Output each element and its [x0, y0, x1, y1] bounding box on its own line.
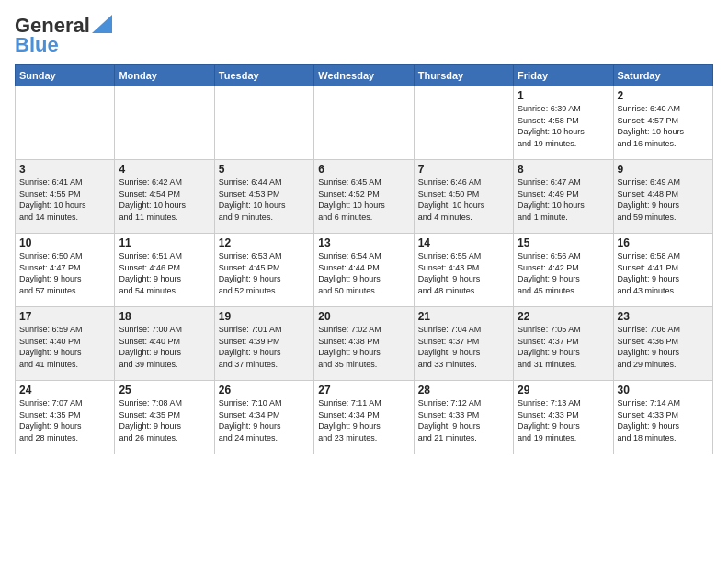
day-info: Sunrise: 6:56 AM Sunset: 4:42 PM Dayligh… [518, 250, 609, 296]
day-number: 4 [119, 163, 210, 176]
day-info: Sunrise: 7:04 AM Sunset: 4:37 PM Dayligh… [418, 324, 509, 370]
calendar-cell [214, 86, 313, 160]
calendar-cell: 5Sunrise: 6:44 AM Sunset: 4:53 PM Daylig… [214, 160, 313, 234]
calendar-cell: 17Sunrise: 6:59 AM Sunset: 4:40 PM Dayli… [16, 307, 115, 381]
day-info: Sunrise: 7:01 AM Sunset: 4:39 PM Dayligh… [219, 324, 310, 370]
day-number: 10 [19, 236, 110, 249]
calendar-cell: 10Sunrise: 6:50 AM Sunset: 4:47 PM Dayli… [16, 234, 115, 307]
day-info: Sunrise: 6:54 AM Sunset: 4:44 PM Dayligh… [318, 250, 409, 296]
day-number: 16 [618, 236, 709, 249]
calendar-row-1: 1Sunrise: 6:39 AM Sunset: 4:58 PM Daylig… [16, 86, 713, 160]
day-info: Sunrise: 6:44 AM Sunset: 4:53 PM Dayligh… [219, 177, 310, 223]
day-info: Sunrise: 6:40 AM Sunset: 4:57 PM Dayligh… [618, 103, 709, 149]
weekday-header-saturday: Saturday [613, 65, 712, 86]
logo-blue-text: Blue [15, 33, 59, 56]
calendar-cell: 4Sunrise: 6:42 AM Sunset: 4:54 PM Daylig… [115, 160, 214, 234]
calendar-cell: 16Sunrise: 6:58 AM Sunset: 4:41 PM Dayli… [613, 234, 712, 307]
calendar-cell: 28Sunrise: 7:12 AM Sunset: 4:33 PM Dayli… [414, 381, 513, 454]
day-number: 5 [219, 163, 310, 176]
day-info: Sunrise: 7:07 AM Sunset: 4:35 PM Dayligh… [19, 397, 110, 443]
header-row: SundayMondayTuesdayWednesdayThursdayFrid… [16, 65, 713, 86]
calendar-cell: 9Sunrise: 6:49 AM Sunset: 4:48 PM Daylig… [613, 160, 712, 234]
day-info: Sunrise: 6:49 AM Sunset: 4:48 PM Dayligh… [618, 177, 709, 223]
day-number: 30 [618, 384, 709, 396]
day-info: Sunrise: 6:47 AM Sunset: 4:49 PM Dayligh… [518, 177, 609, 223]
calendar-row-2: 3Sunrise: 6:41 AM Sunset: 4:55 PM Daylig… [16, 160, 713, 234]
day-number: 28 [418, 384, 509, 396]
calendar-cell: 26Sunrise: 7:10 AM Sunset: 4:34 PM Dayli… [214, 381, 313, 454]
day-info: Sunrise: 7:11 AM Sunset: 4:34 PM Dayligh… [318, 397, 409, 443]
header: General Blue [15, 15, 713, 55]
day-number: 1 [518, 89, 609, 102]
calendar-cell: 18Sunrise: 7:00 AM Sunset: 4:40 PM Dayli… [115, 307, 214, 381]
day-info: Sunrise: 6:59 AM Sunset: 4:40 PM Dayligh… [19, 324, 110, 370]
day-number: 17 [19, 310, 110, 323]
svg-marker-0 [92, 15, 112, 33]
day-info: Sunrise: 7:12 AM Sunset: 4:33 PM Dayligh… [418, 397, 509, 443]
day-number: 14 [418, 236, 509, 249]
calendar-cell: 19Sunrise: 7:01 AM Sunset: 4:39 PM Dayli… [214, 307, 313, 381]
day-number: 24 [19, 384, 110, 396]
weekday-header-sunday: Sunday [16, 65, 115, 86]
calendar-cell: 15Sunrise: 6:56 AM Sunset: 4:42 PM Dayli… [514, 234, 613, 307]
day-number: 22 [518, 310, 609, 323]
calendar-cell: 25Sunrise: 7:08 AM Sunset: 4:35 PM Dayli… [115, 381, 214, 454]
day-number: 26 [219, 384, 310, 396]
calendar-cell: 14Sunrise: 6:55 AM Sunset: 4:43 PM Dayli… [414, 234, 513, 307]
day-info: Sunrise: 6:42 AM Sunset: 4:54 PM Dayligh… [119, 177, 210, 223]
day-info: Sunrise: 6:51 AM Sunset: 4:46 PM Dayligh… [119, 250, 210, 296]
day-number: 7 [418, 163, 509, 176]
weekday-header-tuesday: Tuesday [214, 65, 313, 86]
weekday-header-wednesday: Wednesday [314, 65, 414, 86]
day-info: Sunrise: 7:13 AM Sunset: 4:33 PM Dayligh… [518, 397, 609, 443]
day-number: 2 [618, 89, 709, 102]
calendar-cell [414, 86, 513, 160]
calendar-cell: 11Sunrise: 6:51 AM Sunset: 4:46 PM Dayli… [115, 234, 214, 307]
calendar-cell: 12Sunrise: 6:53 AM Sunset: 4:45 PM Dayli… [214, 234, 313, 307]
day-info: Sunrise: 7:02 AM Sunset: 4:38 PM Dayligh… [318, 324, 409, 370]
calendar-cell: 29Sunrise: 7:13 AM Sunset: 4:33 PM Dayli… [514, 381, 613, 454]
day-info: Sunrise: 6:55 AM Sunset: 4:43 PM Dayligh… [418, 250, 509, 296]
calendar-cell: 7Sunrise: 6:46 AM Sunset: 4:50 PM Daylig… [414, 160, 513, 234]
calendar-row-3: 10Sunrise: 6:50 AM Sunset: 4:47 PM Dayli… [16, 234, 713, 307]
day-number: 29 [518, 384, 609, 396]
day-number: 20 [318, 310, 409, 323]
day-info: Sunrise: 7:05 AM Sunset: 4:37 PM Dayligh… [518, 324, 609, 370]
calendar-cell: 6Sunrise: 6:45 AM Sunset: 4:52 PM Daylig… [314, 160, 414, 234]
day-number: 15 [518, 236, 609, 249]
calendar-cell: 3Sunrise: 6:41 AM Sunset: 4:55 PM Daylig… [16, 160, 115, 234]
day-info: Sunrise: 6:53 AM Sunset: 4:45 PM Dayligh… [219, 250, 310, 296]
day-number: 3 [19, 163, 110, 176]
day-info: Sunrise: 6:41 AM Sunset: 4:55 PM Dayligh… [19, 177, 110, 223]
logo: General Blue [15, 15, 112, 55]
calendar-cell: 23Sunrise: 7:06 AM Sunset: 4:36 PM Dayli… [613, 307, 712, 381]
day-info: Sunrise: 6:46 AM Sunset: 4:50 PM Dayligh… [418, 177, 509, 223]
day-number: 25 [119, 384, 210, 396]
calendar-cell: 24Sunrise: 7:07 AM Sunset: 4:35 PM Dayli… [16, 381, 115, 454]
calendar-cell: 22Sunrise: 7:05 AM Sunset: 4:37 PM Dayli… [514, 307, 613, 381]
day-number: 6 [318, 163, 409, 176]
calendar-cell: 27Sunrise: 7:11 AM Sunset: 4:34 PM Dayli… [314, 381, 414, 454]
day-number: 21 [418, 310, 509, 323]
calendar-cell: 2Sunrise: 6:40 AM Sunset: 4:57 PM Daylig… [613, 86, 712, 160]
calendar-cell: 13Sunrise: 6:54 AM Sunset: 4:44 PM Dayli… [314, 234, 414, 307]
calendar-cell: 1Sunrise: 6:39 AM Sunset: 4:58 PM Daylig… [514, 86, 613, 160]
day-info: Sunrise: 6:50 AM Sunset: 4:47 PM Dayligh… [19, 250, 110, 296]
calendar-cell [115, 86, 214, 160]
calendar-cell: 20Sunrise: 7:02 AM Sunset: 4:38 PM Dayli… [314, 307, 414, 381]
calendar-cell [16, 86, 115, 160]
day-info: Sunrise: 6:58 AM Sunset: 4:41 PM Dayligh… [618, 250, 709, 296]
day-number: 11 [119, 236, 210, 249]
day-info: Sunrise: 7:06 AM Sunset: 4:36 PM Dayligh… [618, 324, 709, 370]
day-number: 13 [318, 236, 409, 249]
day-info: Sunrise: 7:10 AM Sunset: 4:34 PM Dayligh… [219, 397, 310, 443]
logo-arrow-icon [92, 15, 112, 33]
day-number: 9 [618, 163, 709, 176]
calendar-cell: 30Sunrise: 7:14 AM Sunset: 4:33 PM Dayli… [613, 381, 712, 454]
day-number: 23 [618, 310, 709, 323]
day-number: 8 [518, 163, 609, 176]
calendar-table: SundayMondayTuesdayWednesdayThursdayFrid… [15, 64, 713, 454]
day-number: 12 [219, 236, 310, 249]
calendar-row-5: 24Sunrise: 7:07 AM Sunset: 4:35 PM Dayli… [16, 381, 713, 454]
day-number: 19 [219, 310, 310, 323]
